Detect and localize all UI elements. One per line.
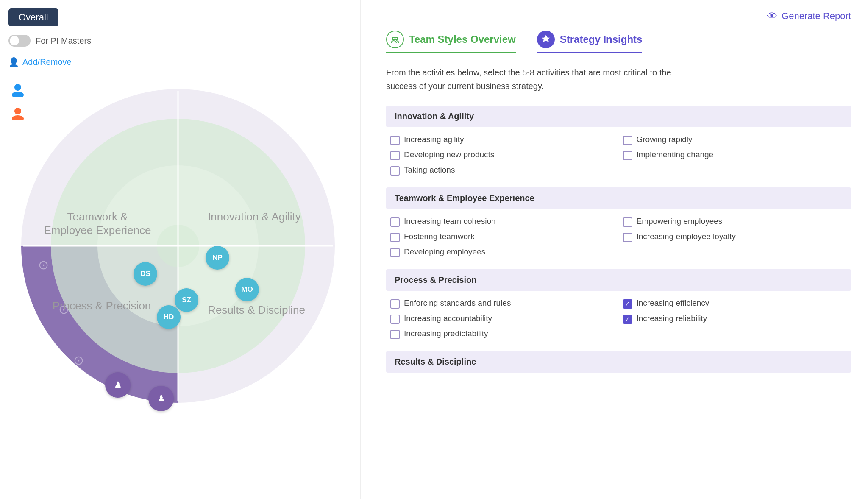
innovation-agility-section: Innovation & Agility Increasing agility … — [386, 106, 851, 176]
activity-inc-accountability: Increasing accountability — [390, 314, 615, 324]
activity-inc-reliability: ✓ Increasing reliability — [623, 314, 847, 324]
svg-text:⊙: ⊙ — [38, 258, 49, 272]
activity-dev-products: Developing new products — [390, 150, 615, 160]
tab-team-styles[interactable]: Team Styles Overview — [386, 31, 516, 53]
person-SZ[interactable]: SZ — [175, 288, 198, 312]
person-P1[interactable]: ♟ — [105, 372, 131, 398]
strategy-label: Strategy Insights — [560, 33, 643, 45]
svg-text:Results & Discipline: Results & Discipline — [208, 304, 305, 316]
activity-growing-rapidly: Growing rapidly — [623, 135, 847, 145]
activity-inc-efficiency: ✓ Increasing efficiency — [623, 298, 847, 309]
description-text: From the activities below, select the 5-… — [386, 66, 674, 93]
quadrant-svg: ⊙ ⊙ ⊙ Teamwork & Employee Experience Inn… — [13, 68, 343, 424]
overall-tab[interactable]: Overall — [8, 8, 58, 26]
eye-icon: 👁 — [767, 10, 777, 22]
pi-masters-toggle[interactable] — [8, 35, 31, 47]
teamwork-section: Teamwork & Employee Experience Increasin… — [386, 187, 851, 257]
checkbox-emp-employees[interactable] — [623, 217, 632, 227]
add-remove-label: Add/Remove — [22, 57, 72, 67]
checkbox-team-cohesion[interactable] — [390, 217, 400, 227]
tabs-row: Team Styles Overview Strategy Insights — [386, 31, 851, 53]
for-pi-masters-row: For PI Masters — [8, 35, 360, 47]
app-container: Overall For PI Masters 👤 Add/Remove — [0, 0, 868, 499]
generate-report-label: Generate Report — [782, 11, 851, 22]
add-remove-btn[interactable]: 👤 Add/Remove — [8, 57, 360, 67]
activity-emp-employees: Empowering employees — [623, 217, 847, 227]
activity-inc-emp-loyalty: Increasing employee loyalty — [623, 232, 847, 242]
checkbox-dev-products[interactable] — [390, 151, 400, 160]
chart-area: ⊙ ⊙ ⊙ Teamwork & Employee Experience Inn… — [13, 68, 343, 399]
person-P2[interactable]: ♟ — [148, 386, 174, 411]
person-MO[interactable]: MO — [235, 278, 259, 301]
checkbox-growing-rapidly[interactable] — [623, 136, 632, 145]
checkbox-inc-reliability[interactable]: ✓ — [623, 315, 632, 324]
process-header: Process & Precision — [386, 269, 851, 291]
checkbox-inc-emp-loyalty[interactable] — [623, 233, 632, 242]
svg-text:Employee Experience: Employee Experience — [44, 224, 151, 237]
checkbox-inc-predictability[interactable] — [390, 330, 400, 339]
checkbox-dev-employees[interactable] — [390, 248, 400, 257]
activity-dev-employees: Developing employees — [390, 247, 615, 257]
team-styles-label: Team Styles Overview — [409, 33, 516, 45]
top-bar: Overall — [8, 8, 360, 26]
teamwork-header: Teamwork & Employee Experience — [386, 187, 851, 209]
person-NP[interactable]: NP — [206, 246, 229, 270]
process-section: Process & Precision Enforcing standards … — [386, 269, 851, 339]
teamwork-activities: Increasing team cohesion Empowering empl… — [386, 217, 851, 257]
person-add-icon: 👤 — [8, 57, 19, 67]
activity-taking-actions: Taking actions — [390, 165, 615, 176]
checkbox-taking-actions[interactable] — [390, 166, 400, 176]
svg-point-19 — [395, 37, 398, 40]
strategy-icon — [537, 31, 555, 48]
checkbox-inc-agility[interactable] — [390, 136, 400, 145]
checkbox-enforcing-standards[interactable] — [390, 299, 400, 309]
activity-inc-agility: Increasing agility — [390, 135, 615, 145]
person-HD[interactable]: HD — [157, 305, 181, 329]
results-header: Results & Discipline — [386, 351, 851, 373]
right-panel: 👁 Generate Report Team Styles Overview — [360, 0, 868, 499]
innovation-agility-header: Innovation & Agility — [386, 106, 851, 127]
activity-enforcing-standards: Enforcing standards and rules — [390, 298, 615, 309]
checkbox-inc-efficiency[interactable]: ✓ — [623, 299, 632, 309]
generate-report-btn[interactable]: 👁 Generate Report — [767, 10, 851, 22]
innovation-activities: Increasing agility Growing rapidly Devel… — [386, 135, 851, 176]
checkbox-impl-change[interactable] — [623, 151, 632, 160]
activity-inc-predictability: Increasing predictability — [390, 329, 615, 339]
checkbox-inc-accountability[interactable] — [390, 315, 400, 324]
left-panel: Overall For PI Masters 👤 Add/Remove — [0, 0, 360, 499]
activity-fostering-teamwork: Fostering teamwork — [390, 232, 615, 242]
checkbox-fostering-teamwork[interactable] — [390, 233, 400, 242]
results-section: Results & Discipline — [386, 351, 851, 373]
team-styles-icon — [386, 31, 404, 48]
svg-text:Teamwork &: Teamwork & — [67, 210, 128, 223]
svg-text:Innovation & Agility: Innovation & Agility — [208, 210, 301, 223]
tab-strategy-insights[interactable]: Strategy Insights — [537, 31, 643, 53]
svg-text:⊙: ⊙ — [73, 353, 84, 367]
pi-masters-label: For PI Masters — [36, 36, 91, 46]
svg-text:Process & Precision: Process & Precision — [53, 299, 151, 312]
person-DS[interactable]: DS — [134, 262, 157, 286]
activity-team-cohesion: Increasing team cohesion — [390, 217, 615, 227]
process-activities: Enforcing standards and rules ✓ Increasi… — [386, 298, 851, 339]
activity-impl-change: Implementing change — [623, 150, 847, 160]
